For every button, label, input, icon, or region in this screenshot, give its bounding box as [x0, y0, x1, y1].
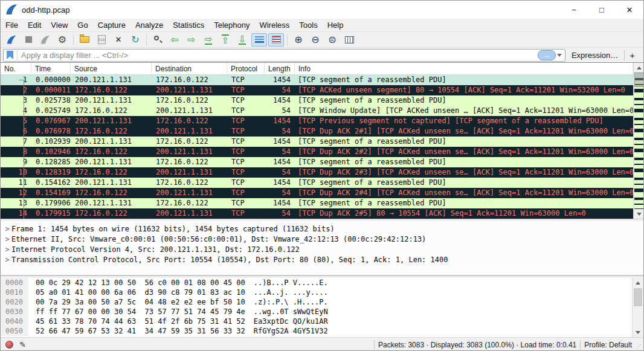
hex-row-0020[interactable]: 002000 7a 29 3a 00 50 a7 5c 04 48 e2 e2 …: [1, 297, 643, 307]
go-first-packet-button[interactable]: ⇧: [217, 33, 233, 47]
display-filter-field[interactable]: →: [3, 49, 565, 62]
zoom-out-button[interactable]: ⊖: [308, 33, 323, 47]
add-filter-button[interactable]: +: [625, 50, 641, 60]
restart-capture-button[interactable]: [37, 33, 53, 47]
hex-bytes[interactable]: 00 7a 29 3a 00 50 a7 5c 04 48 e2 e2 ee b…: [36, 297, 245, 307]
scrollbar-thumb[interactable]: [634, 72, 644, 87]
packet-row-14[interactable]: 140.179915172.16.0.122200.121.1.131TCP54…: [1, 208, 633, 219]
menu-analyze[interactable]: Analyze: [130, 19, 168, 31]
packet-row-5[interactable]: 50.076967200.121.1.131172.16.0.122TCP145…: [1, 116, 633, 126]
packet-row-12[interactable]: 120.154169172.16.0.122200.121.1.131TCP54…: [1, 188, 633, 198]
hex-row-0000[interactable]: 000000 0c 29 42 12 13 00 50 56 c0 00 01 …: [1, 278, 643, 288]
hex-bytes[interactable]: 52 66 47 59 67 53 32 41 34 47 59 35 31 5…: [36, 326, 245, 336]
hex-bytes[interactable]: 05 a0 01 41 00 00 6a 06 d3 90 c8 79 01 8…: [36, 288, 245, 297]
auto-scroll-button[interactable]: [251, 33, 267, 47]
reload-button[interactable]: ↻: [127, 33, 143, 47]
filter-bookmark-icon[interactable]: [7, 51, 13, 59]
packet-row-1[interactable]: 10.000000200.121.1.131172.16.0.122TCP145…: [1, 75, 633, 85]
bytes-scrollbar[interactable]: [632, 278, 643, 337]
column-header-no[interactable]: No.: [1, 63, 31, 74]
menu-capture[interactable]: Capture: [93, 19, 130, 31]
filter-dropdown-caret-icon[interactable]: [557, 54, 562, 57]
minimize-button[interactable]: −: [560, 1, 588, 19]
go-forward-button[interactable]: ⇨: [184, 33, 199, 47]
packet-row-10[interactable]: 100.128319172.16.0.122200.121.1.131TCP54…: [1, 167, 633, 178]
expression-button[interactable]: Expression…: [565, 51, 624, 60]
bytes-scrollbar-thumb[interactable]: [634, 288, 642, 306]
hex-ascii[interactable]: Ea3xptDc QO/ku1AR: [254, 317, 328, 326]
zoom-in-button[interactable]: ⊕: [291, 33, 306, 47]
close-button[interactable]: ✕: [616, 1, 643, 19]
scroll-down-button[interactable]: [634, 209, 644, 219]
expand-chevron-icon[interactable]: >: [3, 224, 11, 234]
column-header-info[interactable]: Info: [295, 63, 633, 74]
hex-ascii[interactable]: ...A..j. ...y....: [254, 288, 328, 297]
resize-columns-button[interactable]: [341, 33, 357, 47]
detail-line-0[interactable]: >Frame 1: 1454 bytes on wire (11632 bits…: [1, 224, 643, 234]
detail-line-3[interactable]: >Transmission Control Protocol, Src Port…: [1, 255, 643, 265]
expand-chevron-icon[interactable]: >: [3, 255, 11, 265]
hex-bytes[interactable]: 45 61 33 78 70 74 44 63 51 4f 2f 6b 75 3…: [36, 317, 245, 326]
packet-list-scrollbar[interactable]: [633, 63, 644, 219]
packet-row-13[interactable]: 130.179906200.121.1.131172.16.0.122TCP14…: [1, 198, 633, 208]
hex-row-0030[interactable]: 0030ff ff 77 67 00 00 30 54 73 57 77 51 …: [1, 307, 643, 317]
packet-row-8[interactable]: 80.102946172.16.0.122200.121.1.131TCP54[…: [1, 147, 633, 157]
hex-ascii[interactable]: ..wg..0T sWwQtEyN: [254, 307, 328, 317]
detail-line-1[interactable]: >Ethernet II, Src: Vmware_c0:00:01 (00:5…: [1, 234, 643, 245]
stop-capture-button[interactable]: [21, 33, 36, 47]
expand-chevron-icon[interactable]: >: [3, 234, 11, 245]
open-file-button[interactable]: [77, 33, 92, 47]
packet-row-11[interactable]: 110.154162200.121.1.131172.16.0.122TCP14…: [1, 178, 633, 188]
capture-options-button[interactable]: ⚙: [54, 33, 70, 47]
find-packet-button[interactable]: [150, 33, 166, 47]
menu-go[interactable]: Go: [72, 19, 92, 31]
hex-ascii[interactable]: RfGYgS2A 4GY51V32: [254, 326, 328, 336]
menu-help[interactable]: Help: [323, 19, 349, 31]
packet-row-3[interactable]: 30.025738200.121.1.131172.16.0.122TCP145…: [1, 95, 633, 106]
column-header-source[interactable]: Source: [71, 63, 152, 74]
maximize-button[interactable]: □: [588, 1, 616, 19]
close-file-button[interactable]: ✕: [111, 33, 126, 47]
save-file-button[interactable]: 010: [94, 33, 109, 47]
capture-comment-icon[interactable]: ✎: [19, 340, 26, 349]
column-header-destination[interactable]: Destination: [152, 63, 227, 74]
menu-file[interactable]: File: [1, 19, 23, 31]
hex-bytes[interactable]: 00 0c 29 42 12 13 00 50 56 c0 00 01 08 0…: [36, 278, 245, 288]
menu-tools[interactable]: Tools: [294, 19, 322, 31]
packet-row-7[interactable]: 70.102939200.121.1.131172.16.0.122TCP145…: [1, 137, 633, 147]
column-header-time[interactable]: Time: [31, 63, 71, 74]
hex-ascii[interactable]: ..)B...P V.....E.: [254, 278, 328, 288]
resize-grip-icon[interactable]: ⋰: [636, 343, 642, 350]
column-header-length[interactable]: Length: [265, 63, 295, 74]
menu-wireless[interactable]: Wireless: [254, 19, 294, 31]
menu-view[interactable]: View: [46, 19, 72, 31]
packet-row-2[interactable]: 20.000011172.16.0.122200.121.1.131TCP54[…: [1, 85, 633, 95]
go-to-packet-button[interactable]: ⇨: [201, 33, 216, 47]
bytes-scroll-down-button[interactable]: [633, 327, 643, 337]
column-header-protocol[interactable]: Protocol: [227, 63, 265, 74]
hex-row-0050[interactable]: 005052 66 47 59 67 53 32 41 34 47 59 35 …: [1, 326, 643, 336]
apply-filter-button[interactable]: →: [538, 50, 556, 60]
zoom-reset-button[interactable]: ⊜: [324, 33, 340, 47]
packet-row-9[interactable]: 90.128285200.121.1.131172.16.0.122TCP145…: [1, 157, 633, 167]
bytes-scroll-up-button[interactable]: [633, 278, 643, 288]
hex-ascii[interactable]: .z):.P.\ .H....P.: [254, 297, 328, 307]
go-last-packet-button[interactable]: ⇩: [234, 33, 250, 47]
hex-row-0010[interactable]: 001005 a0 01 41 00 00 6a 06 d3 90 c8 79 …: [1, 288, 643, 297]
profile-label[interactable]: Profile: Default: [584, 341, 632, 349]
packet-row-4[interactable]: 40.025749172.16.0.122200.121.1.131TCP54[…: [1, 106, 633, 116]
expert-info-button[interactable]: [5, 341, 13, 349]
menu-statistics[interactable]: Statistics: [168, 19, 209, 31]
scroll-up-button[interactable]: [634, 63, 644, 72]
hex-row-0040[interactable]: 004045 61 33 78 70 74 44 63 51 4f 2f 6b …: [1, 317, 643, 326]
menu-edit[interactable]: Edit: [23, 19, 46, 31]
detail-line-2[interactable]: >Internet Protocol Version 4, Src: 200.1…: [1, 245, 643, 255]
packet-row-6[interactable]: 60.076978172.16.0.122200.121.1.131TCP54[…: [1, 126, 633, 137]
menu-telephony[interactable]: Telephony: [209, 19, 254, 31]
go-back-button[interactable]: ⇦: [167, 33, 182, 47]
display-filter-input[interactable]: [18, 51, 538, 60]
colorize-button[interactable]: [268, 33, 284, 47]
start-capture-button[interactable]: [4, 33, 19, 47]
hex-bytes[interactable]: ff ff 77 67 00 00 30 54 73 57 77 51 74 4…: [36, 307, 245, 317]
expand-chevron-icon[interactable]: >: [3, 245, 11, 255]
